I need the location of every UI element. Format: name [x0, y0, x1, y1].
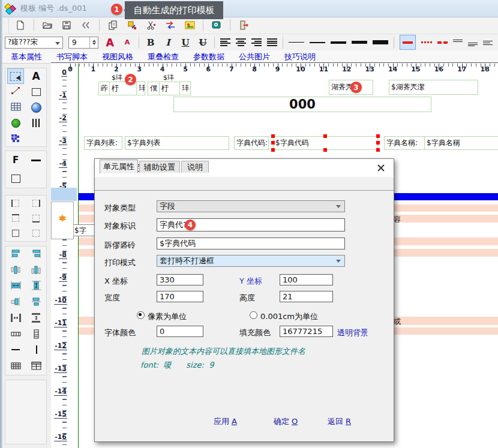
clipped-field[interactable]: $字 — [72, 224, 95, 236]
paste-button[interactable] — [126, 19, 138, 31]
cut-button[interactable] — [145, 19, 157, 31]
object-content-input[interactable]: $字典代码 — [157, 237, 345, 249]
selection-handle[interactable] — [271, 134, 275, 138]
x-coord-input[interactable]: 330 — [157, 274, 203, 285]
dict-code-label-field[interactable]: 字典代码: — [234, 136, 269, 150]
cells-column-button[interactable] — [31, 329, 41, 341]
underline-button[interactable]: U — [179, 37, 191, 49]
line-weight-1-button[interactable] — [289, 42, 304, 43]
new-file-button[interactable] — [14, 19, 26, 31]
line-weight-4-button[interactable] — [352, 41, 367, 44]
radio-cm[interactable] — [250, 311, 257, 319]
border-right-button[interactable] — [32, 200, 40, 207]
line-weight-5-button[interactable] — [373, 40, 388, 44]
line-spacing-3-button[interactable] — [483, 39, 493, 46]
menu-tips[interactable]: 技巧说明 — [284, 52, 316, 62]
center-vertical-button[interactable] — [31, 297, 41, 308]
copy-button[interactable] — [107, 19, 119, 31]
strikethrough-button[interactable]: U — [197, 37, 209, 49]
border-all-button[interactable] — [12, 230, 19, 237]
rectangle-tool[interactable] — [32, 88, 41, 96]
align-justify-button[interactable] — [267, 38, 277, 46]
swap-arrows-button[interactable] — [164, 19, 176, 31]
align-right-edges-button[interactable] — [31, 249, 41, 260]
selection-handle[interactable] — [271, 148, 275, 152]
border-top-button[interactable] — [12, 215, 19, 222]
fill-color-input[interactable]: 16777215 — [280, 326, 333, 337]
move-down-arrow-icon[interactable] — [59, 222, 67, 235]
border-none-button[interactable] — [32, 230, 40, 237]
object-type-dropdown[interactable]: 字段 — [157, 200, 345, 212]
hline-tool[interactable] — [31, 160, 41, 161]
menu-view-style[interactable]: 视图风格 — [102, 52, 133, 62]
template-cell[interactable]: 玤 — [136, 82, 145, 95]
same-width-button[interactable] — [11, 281, 21, 292]
image-object-tool[interactable] — [11, 119, 20, 128]
border-bottom-button[interactable] — [32, 215, 40, 222]
template-cell[interactable]: 僕 — [148, 82, 160, 95]
box-tool[interactable] — [11, 175, 20, 183]
same-height-button[interactable] — [31, 281, 41, 292]
horizontal-line-button[interactable] — [11, 345, 21, 356]
big-number-field[interactable]: 000 — [173, 97, 431, 112]
tab-aux-settings[interactable]: 辅助设置 — [139, 161, 180, 173]
equal-v-spacing-button[interactable] — [31, 313, 41, 324]
open-file-button[interactable] — [41, 19, 53, 31]
save-button[interactable] — [61, 19, 73, 31]
menu-overlap-check[interactable]: 重叠检查 — [148, 52, 179, 62]
cells-row-button[interactable] — [11, 329, 21, 341]
dict-name-value-field[interactable]: $字典名稱 — [424, 136, 498, 150]
print-mode-dropdown[interactable]: 套打時不打邊框 — [157, 255, 345, 267]
red-dashed-line-button[interactable] — [437, 41, 448, 44]
selection-handle[interactable] — [376, 148, 380, 152]
table-grid-button[interactable] — [31, 362, 41, 372]
align-center-button[interactable] — [236, 38, 246, 46]
decrease-font-button[interactable]: A — [121, 37, 133, 49]
menu-public-images[interactable]: 公共图片 — [239, 52, 270, 62]
ok-button[interactable]: 确定O — [274, 416, 298, 427]
print-preview-button[interactable] — [80, 19, 92, 31]
field-tool[interactable]: F — [13, 155, 19, 166]
selection-handle[interactable] — [376, 141, 380, 145]
y-coord-input[interactable]: 100 — [280, 274, 333, 285]
increase-font-button[interactable]: A — [104, 37, 116, 49]
align-bottom-edges-button[interactable] — [31, 265, 41, 276]
selection-handle[interactable] — [271, 141, 275, 145]
spin-down-icon[interactable] — [92, 43, 96, 47]
dict-name-label-field[interactable]: 字典名稱: — [384, 136, 425, 150]
align-left-edges-button[interactable] — [11, 249, 21, 260]
height-input[interactable]: 21 — [280, 291, 333, 302]
dict-list-value-field[interactable]: $字典列表 — [125, 136, 229, 150]
line-weight-3-button[interactable] — [331, 41, 346, 44]
radio-pixels[interactable] — [137, 311, 145, 319]
template-cell[interactable]: 葃 — [98, 82, 110, 95]
equal-h-spacing-button[interactable] — [11, 313, 21, 324]
font-family-combobox[interactable]: ?庼???宋 — [5, 37, 63, 49]
red-solid-line-button-selected[interactable] — [400, 35, 416, 50]
bold-button[interactable]: B — [145, 37, 157, 49]
menu-basic-properties[interactable]: 基本属性 — [11, 52, 42, 62]
align-top-edges-button[interactable] — [11, 265, 21, 276]
spin-up-icon[interactable] — [92, 38, 96, 42]
align-left-button[interactable] — [220, 38, 230, 46]
tab-unit-properties[interactable]: 单元属性 — [100, 160, 138, 173]
table-tool[interactable] — [11, 103, 21, 113]
globe-tool[interactable] — [31, 103, 41, 113]
name-var-field[interactable]: $湖萕兲潔 — [389, 80, 478, 95]
title-bar[interactable]: 模板 编号 .ds_001 — [0, 0, 498, 17]
selection-handle[interactable] — [323, 134, 327, 138]
view-settings-button[interactable] — [211, 19, 223, 31]
center-horizontal-button[interactable] — [11, 297, 21, 308]
italic-button[interactable]: I — [162, 37, 174, 49]
apply-button[interactable]: 应用A — [214, 416, 237, 427]
font-size-spinner[interactable] — [89, 37, 98, 48]
red-dotted-line-button[interactable] — [421, 41, 432, 43]
line-tool[interactable] — [11, 86, 20, 97]
menu-write-script[interactable]: 书写脚本 — [56, 52, 88, 62]
vertical-line-button[interactable] — [31, 345, 41, 356]
template-cell[interactable]: 玤 — [179, 82, 191, 95]
line-weight-2-button[interactable] — [310, 42, 325, 43]
border-left-button[interactable] — [12, 200, 19, 207]
align-right-button[interactable] — [251, 38, 262, 46]
line-spacing-1-button[interactable] — [453, 39, 463, 46]
